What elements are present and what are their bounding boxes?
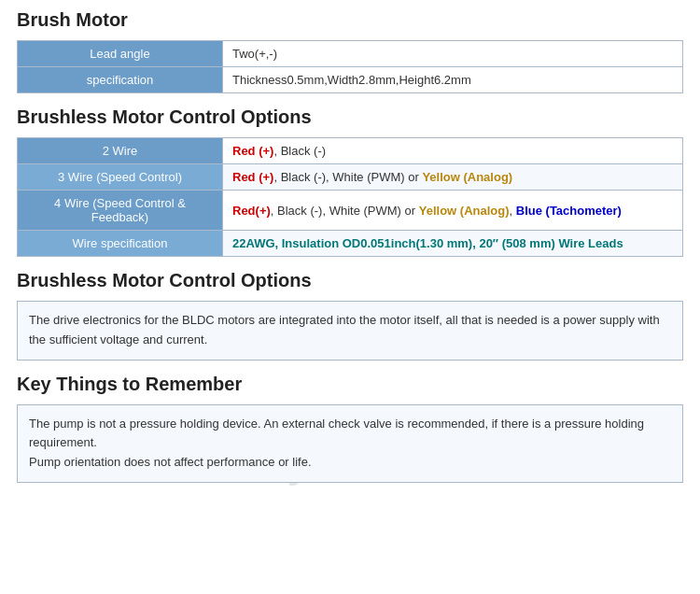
table-row: Wire specification 22AWG, Insulation OD0… <box>18 231 683 257</box>
black-text: Black (-) <box>281 170 326 184</box>
black-text: Black (-) <box>281 144 326 158</box>
brush-motor-table: Lead angle Two(+,-) specification Thickn… <box>17 40 683 93</box>
brush-motor-title: Brush Motor <box>17 9 683 33</box>
2wire-value: Red (+), Black (-) <box>223 138 683 164</box>
table-row: 3 Wire (Speed Control) Red (+), Black (-… <box>18 164 683 191</box>
4wire-value: Red(+), Black (-), White (PWM) or Yellow… <box>223 191 683 231</box>
red-text: Red <box>232 170 256 184</box>
4wire-label: 4 Wire (Speed Control & Feedback) <box>18 191 223 231</box>
brushless-table-title: Brushless Motor Control Options <box>17 106 683 130</box>
brushless-desc-section: Brushless Motor Control Options The driv… <box>17 270 683 361</box>
blue-text: Blue (Tachometer) <box>516 204 622 218</box>
lead-angle-value: Two(+,-) <box>223 41 683 67</box>
brush-motor-section: Brush Motor Lead angle Two(+,-) specific… <box>17 9 683 93</box>
lead-angle-label: Lead angle <box>18 41 223 67</box>
wire-spec-label: Wire specification <box>18 231 223 257</box>
white-text: White (PWM) <box>329 204 401 218</box>
key-things-line2: Pump orientation does not affect perform… <box>29 453 671 473</box>
key-things-box: The pump is not a pressure holding devic… <box>17 404 683 483</box>
specification-value: Thickness0.5mm,Width2.8mm,Height6.2mm <box>223 67 683 93</box>
table-row: Lead angle Two(+,-) <box>18 41 683 67</box>
red-plus: (+) <box>259 170 273 184</box>
brushless-desc-text: The drive electronics for the BLDC motor… <box>29 313 660 346</box>
3wire-value: Red (+), Black (-), White (PWM) or Yello… <box>223 164 683 191</box>
red-text: Red(+) <box>232 204 271 218</box>
black-text: Black (-) <box>277 204 322 218</box>
table-row: 4 Wire (Speed Control & Feedback) Red(+)… <box>18 191 683 231</box>
table-row: 2 Wire Red (+), Black (-) <box>18 138 683 164</box>
brushless-table-section: Brushless Motor Control Options 2 Wire R… <box>17 106 683 257</box>
brushless-options-table: 2 Wire Red (+), Black (-) 3 Wire (Speed … <box>17 137 683 257</box>
specification-label: specification <box>18 67 223 93</box>
wire-spec-value: 22AWG, Insulation OD0.051inch(1.30 mm), … <box>223 231 683 257</box>
brushless-desc-box: The drive electronics for the BLDC motor… <box>17 301 683 361</box>
key-things-line1: The pump is not a pressure holding devic… <box>29 415 671 454</box>
red-text: Red (+) <box>232 144 273 158</box>
wire-spec-text: 22AWG, Insulation OD0.051inch(1.30 mm), … <box>232 236 623 250</box>
white-text: White (PWM) <box>332 170 404 184</box>
brushless-desc-title: Brushless Motor Control Options <box>17 270 683 293</box>
2wire-label: 2 Wire <box>18 138 223 164</box>
3wire-label: 3 Wire (Speed Control) <box>18 164 223 191</box>
yellow-text: Yellow (Analog) <box>422 170 512 184</box>
key-things-section: Key Things to Remember The pump is not a… <box>17 374 683 483</box>
yellow-text: Yellow (Analog) <box>419 204 510 218</box>
table-row: specification Thickness0.5mm,Width2.8mm,… <box>18 67 683 93</box>
key-things-title: Key Things to Remember <box>17 374 683 397</box>
